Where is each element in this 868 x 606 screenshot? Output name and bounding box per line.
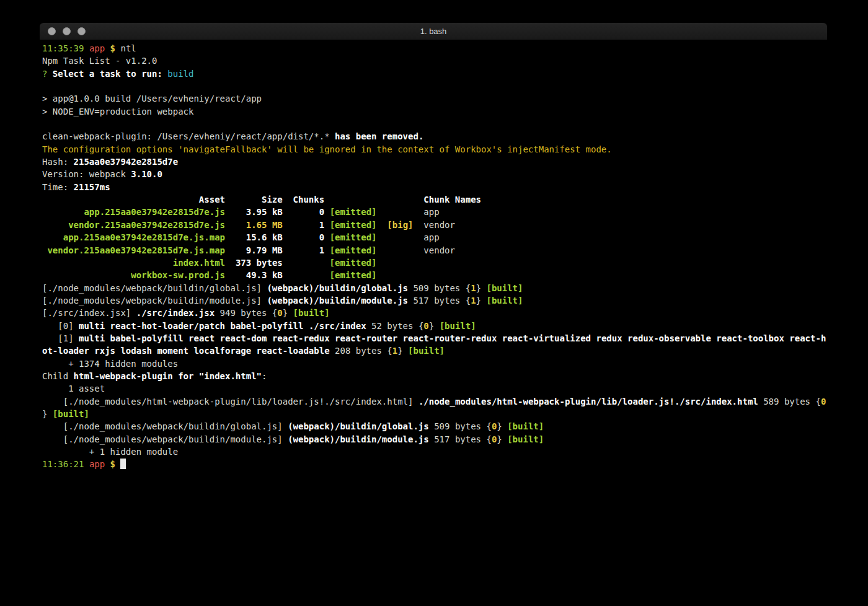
terminal-line: [./node_modules/webpack/buildin/module.j… (42, 294, 827, 307)
terminal-line: Version: webpack 3.10.0 (42, 168, 827, 180)
terminal-text-segment: 1 asset (42, 384, 105, 393)
terminal-line: [./node_modules/webpack/buildin/global.j… (42, 420, 827, 433)
terminal-text-segment: app.215aa0e37942e2815d7e.js.map (42, 232, 225, 242)
terminal-text-segment: 11:35:39 (42, 43, 84, 53)
terminal-text-segment (84, 43, 89, 53)
terminal-text-segment (283, 207, 319, 217)
terminal-text-segment: [./node_modules/webpack/buildin/global.j… (42, 421, 288, 431)
terminal-text-segment (283, 270, 330, 280)
terminal-text-segment: 589 bytes { (758, 397, 821, 406)
terminal-line: Npm Task List - v1.2.0 (42, 55, 827, 67)
terminal-text-segment: [big] (387, 220, 413, 230)
terminal-line: Time: 21157ms (42, 181, 827, 193)
terminal-text-segment: Asset Size Chunks Chunk Names (42, 195, 481, 204)
terminal-text-segment (324, 220, 329, 230)
terminal-text-segment: 52 bytes { (366, 321, 424, 331)
terminal-window: 1. bash 11:35:39 app $ ntlNpm Task List … (40, 23, 827, 606)
terminal-text-segment: Npm Task List - v1.2.0 (42, 56, 157, 66)
terminal-text-segment: multi react-hot-loader/patch babel-polyf… (79, 321, 366, 331)
terminal-output[interactable]: 11:35:39 app $ ntlNpm Task List - v1.2.0… (40, 40, 827, 471)
terminal-text-segment: 0 (319, 232, 324, 242)
terminal-cursor (120, 459, 125, 469)
terminal-text-segment: ot-loader rxjs lodash moment localforage… (42, 346, 330, 356)
terminal-text-segment: [built] (507, 421, 544, 431)
terminal-text-segment (225, 258, 236, 268)
terminal-text-segment: ./src/index.jsx (136, 308, 215, 318)
zoom-button[interactable] (78, 27, 86, 35)
terminal-text-segment: [emitted] (330, 258, 377, 268)
terminal-text-segment: app (89, 43, 105, 53)
terminal-text-segment: [built] (486, 296, 523, 305)
terminal-text-segment: } (476, 283, 487, 293)
terminal-text-segment: [emitted] (330, 232, 377, 242)
terminal-text-segment: > NODE_ENV=production webpack (42, 107, 193, 116)
window-titlebar: 1. bash (40, 23, 827, 40)
terminal-line: The configuration options 'navigateFallb… (42, 143, 827, 156)
terminal-line: ? Select a task to run: build (42, 68, 827, 80)
terminal-line: ot-loader rxjs lodash moment localforage… (42, 345, 827, 357)
terminal-text-segment: } (497, 434, 507, 444)
terminal-text-segment: [1] (42, 333, 79, 343)
terminal-line: index.html 373 bytes [emitted] (42, 257, 827, 269)
close-button[interactable] (48, 27, 56, 35)
terminal-text-segment (225, 220, 246, 230)
terminal-text-segment: + 1 hidden module (42, 447, 178, 457)
terminal-text-segment: [./node_modules/html-webpack-plugin/lib/… (42, 397, 418, 406)
terminal-line: 11:36:21 app $ (42, 458, 827, 470)
terminal-text-segment: 9.79 MB (246, 245, 283, 255)
minimize-button[interactable] (63, 27, 71, 35)
terminal-text-segment: 215aa0e37942e2815d7e (74, 157, 179, 167)
terminal-line: > NODE_ENV=production webpack (42, 105, 827, 118)
terminal-text-segment (84, 459, 89, 469)
terminal-text-segment: index.html (42, 258, 225, 268)
terminal-text-segment: vendor (377, 245, 455, 255)
terminal-text-segment: [built] (440, 321, 476, 331)
terminal-text-segment: Select a task to run: (47, 69, 162, 79)
terminal-line: [./node_modules/webpack/buildin/module.j… (42, 433, 827, 446)
terminal-line: + 1374 hidden modules (42, 358, 827, 370)
terminal-line: [./node_modules/html-webpack-plugin/lib/… (42, 395, 827, 408)
terminal-text-segment: 949 bytes { (215, 308, 277, 318)
terminal-text-segment (105, 459, 110, 469)
terminal-text-segment: 509 bytes { (408, 283, 471, 293)
terminal-line: workbox-sw.prod.js 49.3 kB [emitted] (42, 269, 827, 281)
terminal-text-segment: 373 bytes (236, 258, 283, 268)
terminal-text-segment: multi babel-polyfill react react-dom rea… (79, 333, 826, 343)
terminal-text-segment: (webpack)/buildin/global.js (288, 421, 429, 431)
terminal-text-segment: The configuration options 'navigateFallb… (42, 144, 612, 154)
terminal-text-segment: $ (110, 459, 115, 469)
terminal-text-segment: 1 (471, 296, 476, 305)
terminal-text-segment: 3.95 kB (246, 207, 283, 217)
terminal-text-segment: } (283, 308, 293, 318)
terminal-text-segment (225, 207, 246, 217)
terminal-text-segment: [built] (293, 308, 330, 318)
terminal-text-segment: (webpack)/buildin/module.js (288, 434, 429, 444)
terminal-text-segment: vendor (414, 220, 455, 230)
terminal-text-segment: 1 (392, 346, 397, 356)
terminal-line: > app@1.0.0 build /Users/evheniy/react/a… (42, 92, 827, 105)
terminal-text-segment: has been removed. (335, 131, 423, 141)
terminal-text-segment (115, 459, 120, 469)
terminal-line (42, 118, 827, 130)
terminal-text-segment: 49.3 kB (246, 270, 283, 280)
terminal-text-segment: [./node_modules/webpack/buildin/module.j… (42, 434, 288, 444)
terminal-text-segment: Version: webpack (42, 169, 131, 179)
terminal-text-segment (225, 232, 246, 242)
terminal-text-segment: ntl (115, 43, 136, 53)
terminal-text-segment (283, 220, 319, 230)
terminal-text-segment (225, 245, 246, 255)
terminal-line: } [built] (42, 408, 827, 420)
terminal-text-segment: vendor.215aa0e37942e2815d7e.js (42, 220, 225, 230)
window-title: 1. bash (40, 23, 827, 40)
terminal-line: [./src/index.jsx] ./src/index.jsx 949 by… (42, 307, 827, 319)
terminal-text-segment: (webpack)/buildin/module.js (267, 296, 408, 305)
terminal-text-segment: 3.10.0 (131, 169, 162, 179)
terminal-text-segment: [emitted] (330, 270, 377, 280)
terminal-text-segment: 1 (319, 245, 324, 255)
terminal-text-segment: (webpack)/buildin/global.js (267, 283, 408, 293)
terminal-text-segment: [./node_modules/webpack/buildin/global.j… (42, 283, 267, 293)
terminal-text-segment: } (497, 421, 507, 431)
terminal-text-segment: 0 (821, 397, 826, 406)
terminal-text-segment (283, 232, 319, 242)
terminal-text-segment: [built] (507, 434, 544, 444)
